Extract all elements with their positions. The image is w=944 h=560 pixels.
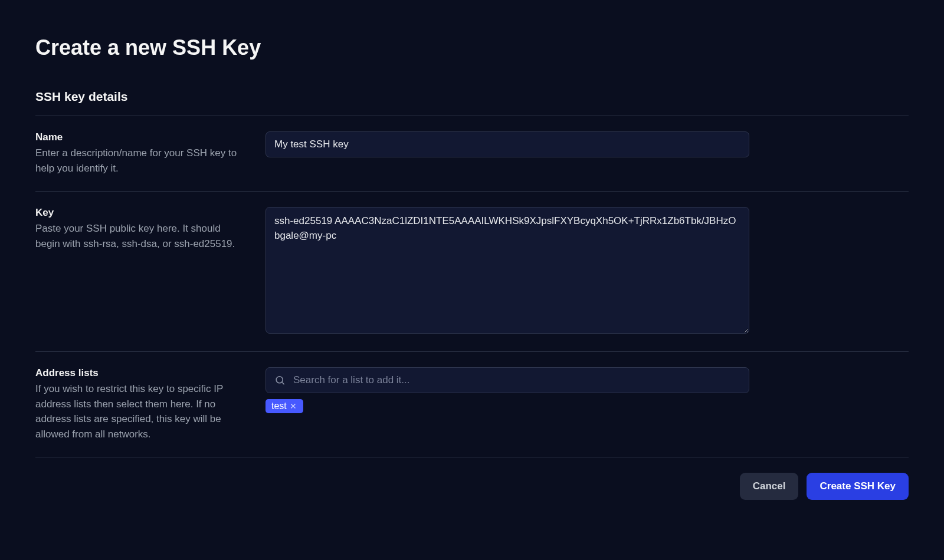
- key-help: Paste your SSH public key here. It shoul…: [35, 221, 248, 251]
- create-ssh-key-button[interactable]: Create SSH Key: [807, 473, 909, 500]
- address-lists-help: If you wish to restrict this key to spec…: [35, 381, 248, 442]
- name-help: Enter a description/name for your SSH ke…: [35, 146, 248, 176]
- address-lists-search-input[interactable]: [266, 367, 749, 393]
- address-list-chip[interactable]: test ✕: [266, 399, 303, 413]
- key-label: Key: [35, 207, 248, 219]
- address-lists-chips: test ✕: [266, 399, 749, 413]
- field-row-key: Key Paste your SSH public key here. It s…: [35, 192, 909, 351]
- svg-point-0: [276, 377, 283, 383]
- chip-label: test: [271, 401, 287, 411]
- field-row-address-lists: Address lists If you wish to restrict th…: [35, 352, 909, 457]
- page-title: Create a new SSH Key: [35, 35, 909, 60]
- name-label: Name: [35, 131, 248, 143]
- cancel-button[interactable]: Cancel: [740, 473, 799, 500]
- close-icon[interactable]: ✕: [288, 401, 299, 411]
- section-title: SSH key details: [35, 90, 909, 104]
- name-input[interactable]: [266, 131, 749, 157]
- form-actions: Cancel Create SSH Key: [35, 457, 909, 500]
- address-lists-label: Address lists: [35, 367, 248, 379]
- svg-line-1: [282, 383, 284, 385]
- search-icon: [274, 375, 286, 386]
- field-row-name: Name Enter a description/name for your S…: [35, 116, 909, 191]
- key-textarea[interactable]: ssh-ed25519 AAAAC3NzaC1lZDI1NTE5AAAAILWK…: [266, 207, 749, 334]
